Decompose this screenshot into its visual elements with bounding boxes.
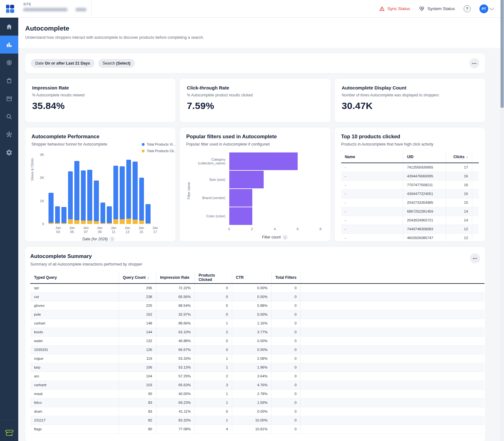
sort-ascending-icon[interactable]: ↑	[110, 237, 115, 241]
bar-jan-06	[74, 161, 79, 224]
table-cell: 1	[195, 416, 232, 425]
table-cell: 80	[119, 425, 156, 433]
sync-status-button[interactable]: Sync Status	[379, 6, 410, 12]
table-cell-empty	[472, 180, 479, 189]
table-cell: 7449748308083	[403, 225, 446, 233]
app-logo[interactable]	[0, 0, 20, 18]
help-icon[interactable]: ?	[464, 5, 471, 12]
table-cell: 6867252281459	[403, 207, 446, 216]
table-cell: 106	[119, 363, 156, 372]
filter-count-bar	[229, 171, 263, 188]
column-header-clicks[interactable]: Clicks↓	[446, 151, 472, 163]
table-cell: 0	[272, 328, 301, 336]
column-header-typed-query[interactable]: Typed Query	[30, 272, 119, 284]
column-header-name[interactable]: Name	[341, 151, 403, 163]
table-cell: 0	[272, 398, 301, 407]
column-header-uid[interactable]: UID	[403, 151, 446, 163]
sidebar-item-goals[interactable]	[0, 54, 18, 72]
column-header-total-filters[interactable]: Total Filters	[272, 272, 301, 284]
table-cell-empty	[301, 398, 484, 407]
metric-card-display-count: Autocomplete Display Count Number of tim…	[335, 79, 485, 122]
table-cell: boots	[30, 328, 119, 336]
column-header-products-clicked[interactable]: Products Clicked	[195, 272, 232, 284]
summary-subtitle: Summary of all Autocomplete interactions…	[30, 262, 142, 266]
sidebar-item-integrations[interactable]	[0, 125, 18, 143]
chat-widget-button[interactable]	[0, 425, 18, 441]
scrollbar-thumb[interactable]	[501, 0, 504, 108]
sidebar-item-storefront[interactable]	[0, 89, 18, 107]
storefront-icon	[6, 95, 13, 102]
x-tick: Jan 11	[111, 226, 116, 235]
column-header-empty	[472, 151, 479, 163]
sidebar-item-search[interactable]	[0, 107, 18, 125]
table-cell: 4.76%	[232, 381, 271, 389]
segment-products-clicked	[113, 219, 118, 224]
table-cell: 0	[272, 345, 301, 354]
table-cell: 46.88%	[156, 336, 195, 345]
column-header-impression-rate[interactable]: Impression Rate	[156, 272, 195, 284]
table-cell: 1	[195, 398, 232, 407]
x-tick: Jan 07	[83, 226, 89, 235]
home-icon	[6, 23, 13, 30]
top-products-table: Name UID Clicks↓ -741255593995517-439447…	[341, 151, 479, 241]
search-icon	[6, 113, 13, 120]
segment-products-clicked	[49, 223, 54, 224]
sort-descending-icon: ↓	[147, 275, 149, 280]
bar-jan-08	[87, 170, 92, 224]
segment-products-clicked	[81, 220, 86, 224]
sort-descending-icon[interactable]: ↓	[283, 235, 288, 240]
user-menu[interactable]: PT	[479, 4, 493, 13]
bar-chart-icon	[6, 41, 13, 48]
site-selector[interactable]: SITE	[20, 0, 92, 18]
table-row: spr29672.22%00.00%0	[30, 284, 484, 292]
table-cell: 0	[195, 336, 232, 345]
table-cell: 231117	[30, 416, 119, 425]
column-label: Typed Query	[34, 275, 57, 280]
table-cell: -	[341, 172, 403, 180]
table-cell-empty	[472, 189, 479, 198]
table-subtitle: Products in Autocomplete that have high …	[341, 142, 479, 146]
table-cell: 225	[119, 301, 156, 310]
column-header-query-count[interactable]: Query Count↓	[119, 272, 156, 284]
filter-bar: Date On or after Last 21 Days Search (Se…	[25, 54, 485, 73]
y-tick-label: 3K	[40, 153, 44, 157]
avatar[interactable]: PT	[479, 4, 488, 13]
search-filter-chip[interactable]: Search (Select)	[98, 59, 135, 68]
table-cell: 77.08%	[156, 425, 195, 433]
segment-products-clicked	[133, 220, 138, 224]
table-cell: 3	[195, 381, 232, 389]
table-title: Top 10 products clicked	[341, 134, 479, 140]
sidebar-item-analytics[interactable]	[0, 36, 18, 54]
summary-more-button[interactable]: •••	[470, 253, 480, 263]
sidebar-item-settings[interactable]	[0, 143, 18, 161]
sidebar-item-home[interactable]	[0, 18, 18, 36]
table-cell: car	[30, 292, 119, 301]
system-status-button[interactable]: System Status	[419, 6, 455, 12]
table-cell: 90	[119, 389, 156, 398]
table-row: -741255593995517	[341, 163, 479, 172]
table-cell-empty	[472, 233, 479, 241]
performance-bars	[47, 155, 151, 224]
x-axis-caption: Filter count ↓	[229, 235, 320, 240]
sidebar-item-orders[interactable]	[0, 72, 18, 89]
performance-plot: 01K2K3K	[47, 155, 151, 224]
segment-products-viewed	[49, 193, 54, 223]
search-chip-label: Search	[103, 61, 115, 66]
column-header-ctr[interactable]: CTR	[232, 272, 271, 284]
column-label: Query Count	[123, 275, 146, 280]
table-cell: 1.96%	[232, 363, 271, 372]
table-cell: 0	[272, 292, 301, 301]
table-cell: 53.13%	[156, 363, 195, 372]
bar-jan-10	[100, 203, 106, 224]
date-filter-chip[interactable]: Date On or after Last 21 Days	[31, 59, 94, 68]
y-axis-label: Filter name	[187, 182, 191, 199]
network-hub-icon	[6, 131, 13, 138]
filter-more-button[interactable]: •••	[469, 58, 479, 68]
table-cell: 1	[195, 354, 232, 363]
table-cell: 2.78%	[232, 389, 271, 398]
metric-description: Number of times Autocomplete was display…	[342, 93, 478, 97]
scrollbar-track[interactable]	[500, 0, 504, 441]
legend-dot-blue	[142, 143, 145, 146]
table-cell: 14	[446, 216, 472, 225]
table-cell: 4394476666995	[403, 172, 446, 180]
